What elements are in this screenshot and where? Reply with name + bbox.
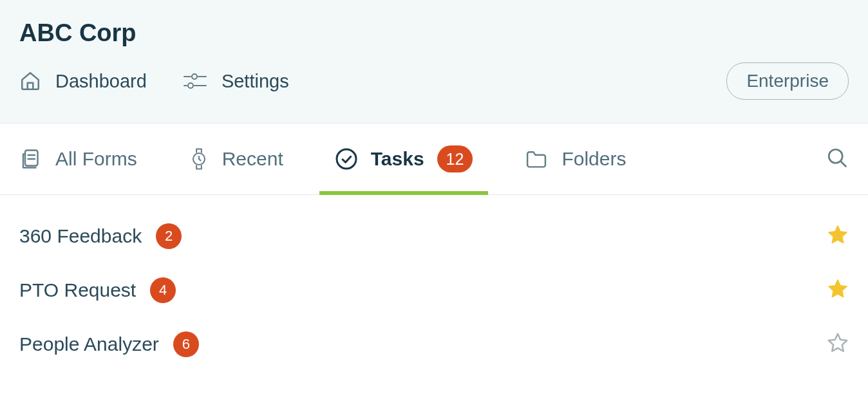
nav-settings[interactable]: Settings (183, 71, 289, 92)
sliders-icon (183, 72, 207, 90)
list-item-count-badge: 2 (156, 223, 182, 249)
tabs-bar: All Forms Recent Tasks 12 (0, 124, 868, 195)
list-item-left: People Analyzer 6 (19, 331, 199, 357)
search-icon (826, 146, 849, 172)
tab-all-forms[interactable]: All Forms (19, 125, 137, 192)
nav-dashboard[interactable]: Dashboard (19, 70, 147, 92)
star-outline-icon (827, 332, 849, 357)
search-button[interactable] (826, 146, 849, 172)
enterprise-label: Enterprise (746, 71, 829, 91)
list-item: 360 Feedback 2 (19, 209, 849, 263)
svg-rect-6 (25, 151, 38, 166)
tabs-left: All Forms Recent Tasks 12 (19, 124, 677, 194)
org-title: ABC Corp (19, 19, 849, 47)
tab-tasks-label: Tasks (371, 148, 424, 170)
svg-point-10 (337, 149, 356, 169)
home-icon (19, 70, 41, 92)
check-circle-icon (335, 147, 358, 171)
forms-icon (19, 147, 42, 171)
tasks-count-badge: 12 (437, 145, 473, 172)
header: ABC Corp Dashboard (0, 0, 868, 124)
svg-point-1 (192, 74, 197, 79)
nav-row: Dashboard Settings Enterprise (19, 62, 849, 100)
list-item-count-badge: 6 (173, 331, 199, 357)
nav-dashboard-label: Dashboard (55, 71, 147, 92)
list-item: People Analyzer 6 (19, 317, 849, 371)
task-list: 360 Feedback 2 PTO Request 4 People An (0, 195, 868, 385)
list-item-title[interactable]: 360 Feedback (19, 225, 142, 247)
list-item-count-badge: 4 (150, 277, 176, 303)
list-item-title[interactable]: PTO Request (19, 279, 136, 301)
tab-tasks[interactable]: Tasks 12 (335, 124, 473, 194)
folder-icon (524, 148, 549, 170)
svg-point-4 (188, 83, 193, 88)
watch-icon (189, 147, 209, 171)
star-filled-icon (827, 224, 849, 248)
tab-recent-label: Recent (222, 148, 283, 170)
svg-line-12 (841, 162, 846, 167)
star-button[interactable] (827, 224, 849, 248)
nav-settings-label: Settings (222, 71, 289, 92)
star-button[interactable] (827, 278, 849, 302)
tab-recent[interactable]: Recent (189, 125, 283, 192)
list-item-title[interactable]: People Analyzer (19, 333, 159, 355)
nav-left: Dashboard Settings (19, 70, 289, 92)
tab-folders-label: Folders (561, 148, 626, 170)
list-item-left: PTO Request 4 (19, 277, 176, 303)
star-button[interactable] (827, 332, 849, 357)
list-item: PTO Request 4 (19, 263, 849, 317)
enterprise-badge[interactable]: Enterprise (726, 62, 849, 100)
star-filled-icon (827, 278, 849, 302)
list-item-left: 360 Feedback 2 (19, 223, 182, 249)
tab-all-forms-label: All Forms (55, 148, 137, 170)
tab-folders[interactable]: Folders (524, 126, 626, 192)
